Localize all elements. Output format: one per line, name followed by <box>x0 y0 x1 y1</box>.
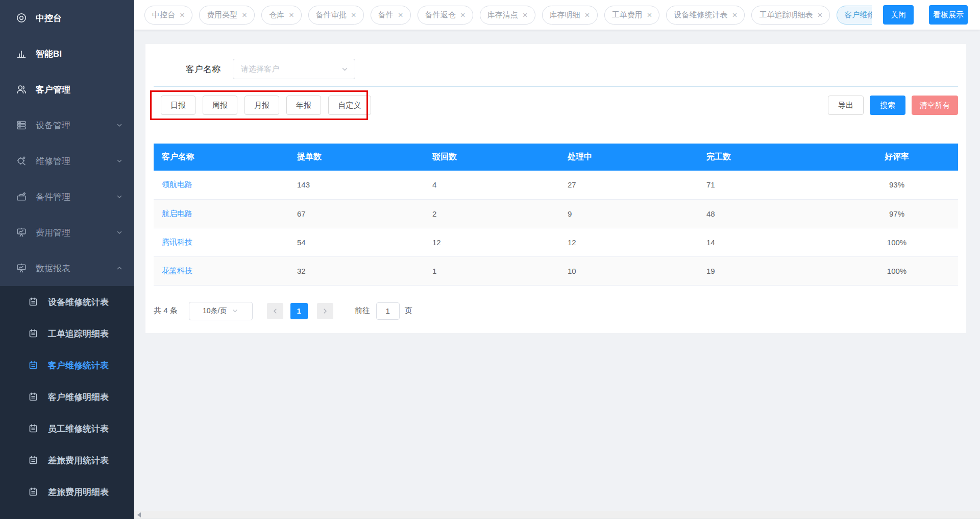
app-window: 中控台 智能BI 客户管理 设备管理 <box>0 0 980 519</box>
table-row: 花篮科技 32 1 10 19 100% <box>154 256 958 285</box>
table-cell: 9 <box>559 199 698 228</box>
tab-label: 费用类型 <box>207 10 237 20</box>
close-icon[interactable]: × <box>460 11 465 19</box>
daily-report-button[interactable]: 日报 <box>161 96 195 115</box>
sidebar-item-data-reports[interactable]: 数据报表 <box>0 250 134 286</box>
search-button[interactable]: 搜索 <box>870 96 905 115</box>
sidebar-item-smart-bi[interactable]: 智能BI <box>0 36 134 72</box>
sidebar-item-customer-mgmt[interactable]: 客户管理 <box>0 72 134 107</box>
close-icon[interactable]: × <box>647 11 652 19</box>
customer-link[interactable]: 航启电路 <box>162 209 192 218</box>
column-header-customer-name: 客户名称 <box>154 144 289 171</box>
customer-select[interactable]: 请选择客户 <box>233 59 355 79</box>
custom-report-button[interactable]: 自定义 <box>328 96 371 115</box>
page-number-button[interactable]: 1 <box>290 303 308 319</box>
dashboard-icon <box>16 12 27 23</box>
chevron-down-icon <box>116 122 123 129</box>
users-icon <box>16 84 27 95</box>
tab-inventory-detail[interactable]: 库存明细× <box>542 6 598 25</box>
close-icon[interactable]: × <box>398 11 403 19</box>
close-icon[interactable]: × <box>817 11 822 19</box>
report-notebook-icon <box>28 423 38 434</box>
customer-link[interactable]: 领航电路 <box>162 180 192 188</box>
previous-page-button[interactable] <box>267 303 283 319</box>
goto-page-label: 前往 <box>355 306 370 316</box>
table-cell: 48 <box>698 199 836 228</box>
report-notebook-icon <box>28 360 38 370</box>
weekly-report-button[interactable]: 周报 <box>203 96 237 115</box>
tab-expense-type[interactable]: 费用类型× <box>199 6 255 25</box>
tab-workorder-expense[interactable]: 工单费用× <box>604 6 660 25</box>
tab-warehouse[interactable]: 仓库× <box>261 6 302 25</box>
tab-label: 库存清点 <box>487 10 518 20</box>
goto-page-input[interactable] <box>376 302 400 320</box>
sidebar-subitem-customer-repair-stats[interactable]: 客户维修统计表 <box>0 349 134 381</box>
tab-parts-approval[interactable]: 备件审批× <box>308 6 364 25</box>
tab-label: 仓库 <box>269 10 284 20</box>
scroll-left-arrow-icon[interactable] <box>137 512 141 517</box>
sidebar-subitem-workorder-tracking-detail[interactable]: 工单追踪明细表 <box>0 318 134 349</box>
close-tabs-button[interactable]: 关闭 <box>883 5 914 25</box>
report-notebook-icon <box>28 297 38 307</box>
page-size-select[interactable]: 10条/页 <box>189 302 253 320</box>
close-icon[interactable]: × <box>732 11 737 19</box>
horizontal-scrollbar[interactable] <box>134 511 980 519</box>
report-period-buttons: 日报 周报 月报 年报 自定义 <box>161 96 371 115</box>
customer-link[interactable]: 腾讯科技 <box>162 238 192 246</box>
table-cell: 97% <box>836 199 958 228</box>
customer-select-placeholder: 请选择客户 <box>241 64 341 74</box>
tab-label: 工单费用 <box>612 10 643 20</box>
close-icon[interactable]: × <box>242 11 247 19</box>
sidebar-item-console[interactable]: 中控台 <box>0 0 134 36</box>
sidebar-subitem-device-repair-stats[interactable]: 设备维修统计表 <box>0 286 134 318</box>
close-icon[interactable]: × <box>585 11 590 19</box>
report-notebook-icon <box>28 455 38 465</box>
table-cell: 12 <box>424 228 559 256</box>
table-cell: 10 <box>559 256 698 285</box>
table-cell: 93% <box>836 171 958 199</box>
table-cell: 100% <box>836 256 958 285</box>
customer-name-label: 客户名称 <box>186 63 220 75</box>
tab-console[interactable]: 中控台× <box>144 6 192 25</box>
report-notebook-icon <box>28 392 38 402</box>
clear-all-button[interactable]: 清空所有 <box>912 96 958 115</box>
repair-search-icon <box>16 155 27 167</box>
tab-inventory-check[interactable]: 库存清点× <box>480 6 535 25</box>
close-icon[interactable]: × <box>180 11 185 19</box>
tab-label: 备件 <box>378 10 394 20</box>
sidebar-item-parts-mgmt[interactable]: 备件管理 <box>0 179 134 215</box>
close-icon[interactable]: × <box>289 11 294 19</box>
sidebar-subitem-customer-repair-detail[interactable]: 客户维修明细表 <box>0 381 134 413</box>
tab-device-repair-stats[interactable]: 设备维修统计表× <box>666 6 745 25</box>
chevron-left-icon <box>272 308 279 315</box>
yearly-report-button[interactable]: 年报 <box>286 96 321 115</box>
sidebar-item-device-mgmt[interactable]: 设备管理 <box>0 107 134 143</box>
monthly-report-button[interactable]: 月报 <box>244 96 279 115</box>
chevron-down-icon <box>116 193 123 200</box>
tab-parts[interactable]: 备件× <box>371 6 411 25</box>
sidebar-subitem-employee-repair-stats[interactable]: 员工维修统计表 <box>0 413 134 444</box>
table-cell: 1 <box>424 256 559 285</box>
customer-link[interactable]: 花篮科技 <box>162 266 192 275</box>
kanban-display-button[interactable]: 看板展示 <box>929 5 968 25</box>
sidebar-item-expense-mgmt[interactable]: 费用管理 <box>0 215 134 250</box>
export-button[interactable]: 导出 <box>828 96 864 115</box>
chart-board-icon <box>16 227 27 238</box>
server-icon <box>16 120 27 131</box>
tab-label: 备件返仓 <box>425 10 456 20</box>
table-cell: 32 <box>289 256 424 285</box>
report-notebook-icon <box>28 328 38 339</box>
sidebar-subitem-travel-expense-stats[interactable]: 差旅费用统计表 <box>0 444 134 476</box>
tab-parts-return[interactable]: 备件返仓× <box>418 6 473 25</box>
sidebar-item-repair-mgmt[interactable]: 维修管理 <box>0 143 134 179</box>
close-icon[interactable]: × <box>351 11 356 19</box>
table-cell: 2 <box>424 199 559 228</box>
column-header-submitted: 提单数 <box>289 144 424 171</box>
column-header-rejected: 驳回数 <box>424 144 559 171</box>
close-icon[interactable]: × <box>523 11 528 19</box>
sidebar-subitem-travel-expense-detail[interactable]: 差旅费用明细表 <box>0 476 134 508</box>
tab-customer-repair-stats[interactable]: 客户维修统计表× <box>837 6 872 25</box>
sidebar-item-label: 备件管理 <box>36 191 116 203</box>
next-page-button[interactable] <box>317 303 333 319</box>
tab-workorder-tracking-detail[interactable]: 工单追踪明细表× <box>751 6 830 25</box>
